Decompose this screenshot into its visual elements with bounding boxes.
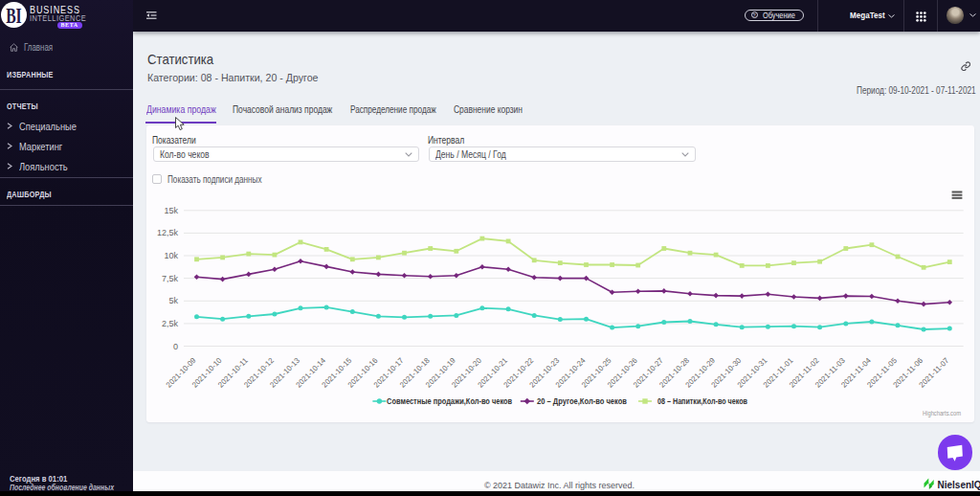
svg-text:5k: 5k (168, 296, 178, 305)
svg-text:10k: 10k (164, 251, 178, 260)
svg-text:20 – Другое,Кол-во чеков: 20 – Другое,Кол-во чеков (537, 395, 627, 406)
svg-text:NielsenIQ: NielsenIQ (937, 480, 980, 490)
svg-text:2,5k: 2,5k (162, 319, 179, 328)
svg-text:15k: 15k (164, 206, 178, 215)
svg-text:Highcharts.com: Highcharts.com (923, 409, 961, 417)
svg-text:Совместные продажи,Кол-во чеко: Совместные продажи,Кол-во чеков (387, 395, 512, 406)
svg-text:0: 0 (173, 342, 178, 351)
svg-text:7,5k: 7,5k (162, 274, 179, 283)
svg-text:12,5k: 12,5k (157, 228, 179, 237)
svg-text:08 – Напитки,Кол-во чеков: 08 – Напитки,Кол-во чеков (657, 395, 747, 406)
